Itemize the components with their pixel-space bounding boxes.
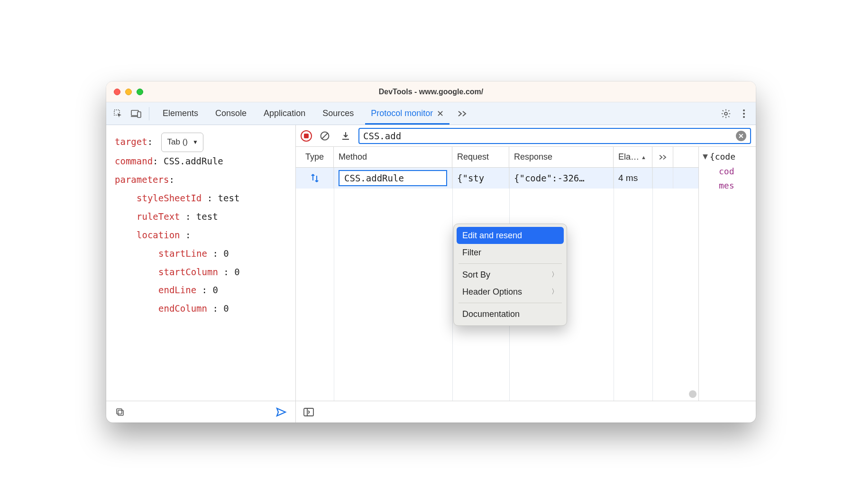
maximize-window-button[interactable]: [137, 89, 143, 95]
detail-key: cod: [719, 166, 734, 176]
table-row[interactable]: CSS.addRule {"sty {"code":-326… 4 ms: [296, 168, 698, 189]
chevron-down-icon: ▼: [193, 136, 198, 148]
tab-label: Protocol monitor: [371, 108, 433, 118]
col-method[interactable]: Method: [334, 147, 452, 167]
svg-point-3: [724, 112, 727, 115]
tab-sources[interactable]: Sources: [314, 102, 362, 125]
menu-edit-and-resend[interactable]: Edit and resend: [457, 227, 564, 244]
param-key: ruleText: [137, 211, 180, 222]
chevron-right-icon: 〉: [551, 270, 558, 279]
filter-input[interactable]: CSS.add ✕: [358, 128, 751, 144]
command-editor-footer: [106, 401, 295, 423]
devtools-window: DevTools - www.google.com/ Elements Cons…: [106, 81, 756, 423]
svg-rect-8: [117, 409, 122, 414]
tabs-bar: Elements Console Application Sources Pro…: [106, 102, 756, 125]
send-command-button[interactable]: [274, 404, 290, 420]
clear-icon[interactable]: [317, 128, 333, 144]
menu-header-options[interactable]: Header Options〉: [457, 283, 564, 300]
svg-point-5: [743, 113, 745, 115]
download-icon[interactable]: [338, 128, 354, 144]
row-elapsed-cell: 4 ms: [614, 168, 652, 189]
record-button[interactable]: [301, 130, 312, 142]
param-value[interactable]: 0: [223, 303, 229, 314]
tab-elements[interactable]: Elements: [154, 102, 207, 125]
param-key: startColumn: [158, 267, 218, 277]
separator: [149, 107, 149, 120]
col-more[interactable]: [652, 147, 673, 167]
svg-rect-7: [118, 410, 123, 415]
tab-label: Sources: [322, 108, 354, 118]
command-value[interactable]: CSS.addRule: [164, 156, 223, 166]
minimize-window-button[interactable]: [125, 89, 132, 95]
inspect-element-icon[interactable]: [110, 106, 126, 122]
tab-label: Application: [264, 108, 305, 118]
target-select[interactable]: Tab () ▼: [161, 133, 203, 152]
clear-filter-icon[interactable]: ✕: [736, 131, 746, 141]
more-tabs-icon[interactable]: [454, 106, 470, 122]
close-window-button[interactable]: [114, 89, 120, 95]
param-value[interactable]: 0: [234, 267, 239, 277]
titlebar: DevTools - www.google.com/: [106, 81, 756, 102]
row-request-cell: {"sty: [452, 168, 509, 189]
tab-label: Console: [215, 108, 247, 118]
svg-rect-10: [304, 408, 313, 416]
main: target: Tab () ▼ command: CSS.addRule pa…: [106, 125, 756, 423]
device-toolbar-icon[interactable]: [128, 106, 144, 122]
messages-toolbar: CSS.add ✕: [296, 125, 756, 147]
grid-header: Type Method Request Response Ela…▲: [296, 147, 698, 168]
param-key: startLine: [158, 248, 207, 259]
sort-ascending-icon: ▲: [641, 154, 646, 160]
param-key: location: [137, 230, 180, 240]
context-menu: Edit and resend Filter Sort By〉 Header O…: [453, 224, 567, 326]
toggle-sidebar-icon[interactable]: [301, 404, 317, 420]
tab-console[interactable]: Console: [207, 102, 255, 125]
svg-rect-2: [138, 112, 141, 117]
detail-key: mes: [719, 180, 734, 190]
param-key: styleSheetId: [137, 193, 202, 203]
tab-protocol-monitor[interactable]: Protocol monitor ✕: [362, 102, 452, 125]
row-response-cell: {"code":-326…: [509, 168, 614, 189]
detail-pane[interactable]: ▼{code cod mes: [699, 147, 756, 401]
command-editor-content: target: Tab () ▼ command: CSS.addRule pa…: [106, 125, 295, 401]
bidirectional-icon: [310, 173, 320, 183]
param-value[interactable]: test: [196, 211, 218, 222]
window-controls: [114, 89, 143, 95]
menu-separator: [459, 303, 562, 303]
command-editor-pane: target: Tab () ▼ command: CSS.addRule pa…: [106, 125, 296, 423]
settings-icon[interactable]: [718, 106, 734, 122]
filter-value: CSS.add: [363, 131, 401, 141]
col-elapsed[interactable]: Ela…▲: [614, 147, 652, 167]
param-value[interactable]: 0: [223, 248, 229, 259]
target-value: Tab (): [167, 134, 188, 151]
panels-tabs: Elements Console Application Sources Pro…: [154, 102, 452, 125]
menu-documentation[interactable]: Documentation: [457, 306, 564, 323]
window-title: DevTools - www.google.com/: [106, 88, 756, 96]
param-value[interactable]: 0: [212, 285, 218, 295]
scrollbar-thumb[interactable]: [689, 390, 697, 398]
kebab-menu-icon[interactable]: [736, 106, 752, 122]
svg-point-6: [743, 116, 745, 118]
tab-application[interactable]: Application: [255, 102, 314, 125]
close-tab-icon[interactable]: ✕: [437, 108, 444, 119]
method-value: CSS.addRule: [339, 170, 447, 186]
chevron-right-icon: 〉: [551, 288, 558, 296]
collapse-icon[interactable]: ▼: [703, 149, 708, 164]
svg-point-4: [743, 109, 745, 111]
menu-separator: [459, 263, 562, 264]
param-value[interactable]: test: [218, 193, 240, 203]
param-key: endLine: [158, 285, 196, 295]
menu-sort-by[interactable]: Sort By〉: [457, 266, 564, 283]
target-label: target: [115, 136, 147, 147]
copy-icon[interactable]: [112, 404, 128, 420]
col-response[interactable]: Response: [509, 147, 614, 167]
messages-footer: [296, 401, 756, 423]
menu-filter[interactable]: Filter: [457, 244, 564, 261]
row-method-cell: CSS.addRule: [334, 168, 452, 189]
col-request[interactable]: Request: [452, 147, 509, 167]
row-type-cell: [296, 168, 334, 189]
tab-label: Elements: [163, 108, 198, 118]
command-label: command: [115, 156, 153, 166]
col-type[interactable]: Type: [296, 147, 334, 167]
param-key: endColumn: [158, 303, 207, 314]
parameters-label: parameters: [115, 174, 169, 185]
